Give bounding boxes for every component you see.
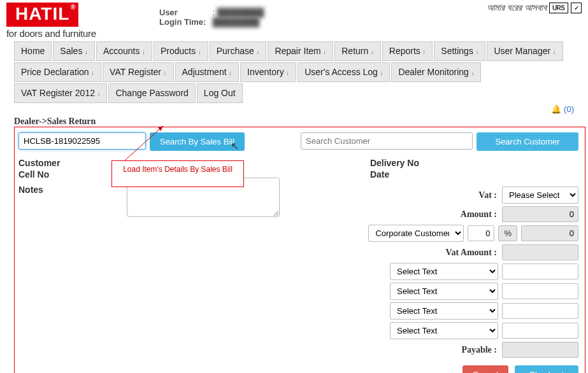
nav-user-manager[interactable]: User Manager ↓ — [487, 41, 563, 61]
chevron-down-icon: ↓ — [286, 69, 289, 76]
tooltip-callout: Load Item's Details By Sales Bill — [111, 160, 244, 187]
chevron-down-icon: ↓ — [475, 48, 478, 55]
nav-purchase[interactable]: Purchase ↓ — [210, 41, 267, 61]
extra-select-3[interactable]: Select Text — [390, 302, 498, 320]
nav-settings[interactable]: Settings ↓ — [434, 41, 485, 61]
checkout-button[interactable]: Checkout — [515, 365, 578, 373]
nav-change-password[interactable]: Change Password — [108, 83, 195, 103]
chevron-down-icon: ↓ — [91, 69, 94, 76]
extra-amount-1[interactable] — [502, 264, 578, 279]
brand-tagline: for doors and furniture — [6, 28, 108, 39]
delivery-label: Delivery No — [370, 157, 419, 169]
chevron-down-icon: ↓ — [323, 48, 326, 55]
right-column: Delivery No Date Vat : Please Select Amo… — [287, 157, 578, 373]
extra-amount-3[interactable] — [502, 303, 578, 319]
nav-vat-2012[interactable]: VAT Register 2012 ↓ — [14, 83, 107, 103]
form-body: Customer Cell No Notes Delivery No Date … — [18, 157, 578, 373]
login-value: ████████ — [213, 17, 260, 27]
payable-field — [502, 342, 578, 358]
search-customer-button[interactable]: Search Customer — [477, 132, 578, 151]
left-column: Customer Cell No Notes — [18, 157, 287, 373]
corp-amount-field — [521, 225, 578, 241]
nav-accounts[interactable]: Accounts ↓ — [96, 41, 152, 61]
chevron-down-icon: ↓ — [85, 48, 88, 55]
login-label: Login Time: — [159, 17, 210, 27]
extra-select-4[interactable]: Select Text — [390, 322, 498, 339]
chevron-down-icon: ↓ — [142, 48, 145, 55]
extra-select-1[interactable]: Select Text — [390, 263, 498, 280]
brand-reg: ® — [71, 4, 76, 11]
chevron-down-icon: ↓ — [256, 48, 259, 55]
brand-logo: HATIL ® — [6, 3, 78, 27]
search-customer-input[interactable] — [301, 132, 473, 150]
vat-select[interactable]: Please Select — [502, 186, 578, 204]
search-row: Search By Sales Bill Search Customer — [18, 132, 578, 151]
header-right: আমার ঘরের আসবাব URS ✓ — [487, 3, 582, 13]
chevron-down-icon: ↓ — [97, 90, 100, 97]
corp-pct-input[interactable] — [468, 225, 494, 241]
corporate-select[interactable]: Corporate Customer — [368, 225, 464, 242]
notif-count: (0) — [564, 104, 574, 114]
vat-amount-field — [502, 244, 578, 260]
user-label: User — [159, 8, 210, 17]
breadcrumb: Dealer->Sales Return — [14, 116, 587, 127]
notification-area: 🔔 (0) — [0, 104, 588, 115]
extra-amount-4[interactable] — [502, 323, 578, 339]
slogan-script: আমার ঘরের আসবাব — [487, 3, 547, 13]
user-value: ████████ — [217, 8, 264, 17]
sales-bill-input[interactable] — [18, 132, 146, 150]
cert-badge: ✓ — [571, 3, 582, 13]
vat-label: Vat : — [287, 190, 498, 201]
nav-repair[interactable]: Repair Item ↓ — [268, 41, 333, 61]
nav-sales[interactable]: Sales ↓ — [53, 41, 95, 61]
chevron-down-icon: ↓ — [380, 69, 383, 76]
nav-price-decl[interactable]: Price Declaration ↓ — [14, 62, 101, 82]
nav-products[interactable]: Products ↓ — [154, 41, 208, 61]
date-label: Date — [370, 169, 419, 180]
amount-label: Amount : — [287, 209, 498, 220]
chevron-down-icon: ↓ — [164, 69, 167, 76]
bell-icon[interactable]: 🔔 (0) — [551, 104, 574, 114]
chevron-down-icon: ↓ — [422, 48, 426, 55]
extra-amount-2[interactable] — [502, 283, 578, 299]
cursor-icon: ↖ — [231, 140, 239, 152]
nav-inventory[interactable]: Inventory ↓ — [240, 62, 296, 82]
nav-home[interactable]: Home — [14, 41, 52, 61]
main-menu: Home Sales ↓ Accounts ↓ Products ↓ Purch… — [14, 41, 574, 104]
nav-dealer-mon[interactable]: Dealer Monitoring ↓ — [391, 62, 481, 82]
vat-amount-label: Vat Amount : — [287, 248, 498, 258]
amount-field — [502, 206, 578, 222]
nav-vat-register[interactable]: VAT Register ↓ — [103, 62, 173, 82]
nav-return[interactable]: Return ↓ — [334, 41, 381, 61]
urs-badge: URS — [549, 3, 568, 13]
chevron-down-icon: ↓ — [198, 48, 201, 55]
percent-symbol: % — [498, 225, 517, 241]
nav-reports[interactable]: Reports ↓ — [382, 41, 433, 61]
header: HATIL ® for doors and furniture User : █… — [0, 0, 588, 39]
cellno-label: Cell No — [18, 169, 69, 180]
chevron-down-icon: ↓ — [471, 69, 474, 76]
user-info: User : ████████ Login Time: ████████ — [159, 8, 264, 27]
notes-label: Notes — [18, 184, 69, 195]
payable-label: Payable : — [287, 345, 498, 355]
chevron-down-icon: ↓ — [371, 48, 374, 55]
nav-adjustment[interactable]: Adjustment ↓ — [175, 62, 240, 82]
cancel-button[interactable]: Cancel — [463, 365, 508, 373]
brand-area: HATIL ® for doors and furniture — [6, 3, 108, 39]
nav-logout[interactable]: Log Out — [197, 83, 243, 103]
main-panel: Search By Sales Bill Search Customer Cus… — [14, 127, 585, 373]
extra-select-2[interactable]: Select Text — [390, 283, 498, 300]
nav-access-log[interactable]: User's Access Log ↓ — [298, 62, 390, 82]
chevron-down-icon: ↓ — [229, 69, 232, 76]
brand-name: HATIL — [15, 4, 69, 24]
chevron-down-icon: ↓ — [553, 48, 556, 55]
customer-label: Customer — [18, 157, 69, 169]
